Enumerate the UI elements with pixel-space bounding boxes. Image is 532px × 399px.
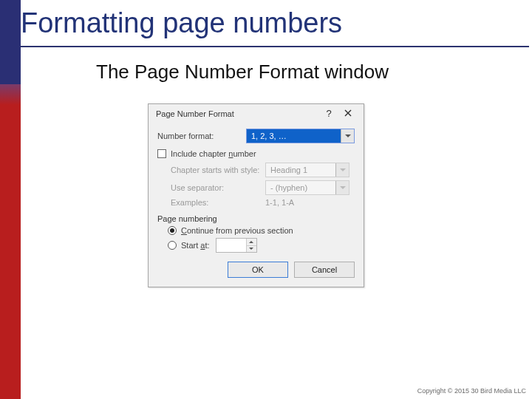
examples-label: Examples: <box>171 198 265 207</box>
examples-value: 1-1, 1-A <box>265 198 294 207</box>
chevron-down-icon <box>340 186 346 189</box>
ok-button[interactable]: OK <box>228 262 288 278</box>
dropdown-button[interactable] <box>341 129 354 143</box>
radio-checked-icon <box>168 226 177 235</box>
include-chapter-label: Include chapter number <box>171 149 256 158</box>
close-button[interactable] <box>338 109 358 118</box>
radio-unchecked-icon <box>168 241 177 250</box>
start-at-label: Start at: <box>181 241 210 250</box>
title-divider <box>21 46 529 47</box>
dialog-title: Page Number Format <box>156 109 319 118</box>
spinner-down-button[interactable] <box>247 245 256 253</box>
include-chapter-number-checkbox[interactable]: Include chapter number <box>157 149 355 158</box>
separator-label: Use separator: <box>171 183 265 192</box>
caret-down-icon <box>249 248 253 250</box>
page-numbering-label: Page numbering <box>157 214 355 223</box>
spinner-up-button[interactable] <box>247 239 256 245</box>
number-format-value: 1, 2, 3, … <box>247 132 341 140</box>
help-button[interactable]: ? <box>319 109 338 118</box>
cancel-button[interactable]: Cancel <box>294 262 355 278</box>
dropdown-button <box>335 181 349 194</box>
slide-title: Formatting page numbers <box>21 7 342 39</box>
chapter-style-dropdown: Heading 1 <box>265 163 349 177</box>
close-icon <box>344 109 352 117</box>
start-at-radio[interactable]: Start at: <box>168 238 355 253</box>
chapter-style-value: Heading 1 <box>266 166 335 174</box>
slide-subtitle: The Page Number Format window <box>96 61 389 83</box>
separator-dropdown: - (hyphen) <box>265 180 349 195</box>
number-format-dropdown[interactable]: 1, 2, 3, … <box>246 129 355 143</box>
separator-value: - (hyphen) <box>266 183 335 192</box>
copyright-footer: Copyright © 2015 30 Bird Media LLC <box>417 387 526 395</box>
continue-previous-label: Continue from previous section <box>181 226 293 235</box>
dialog-titlebar: Page Number Format ? <box>149 104 364 124</box>
dropdown-button <box>335 163 349 177</box>
chevron-down-icon <box>345 134 351 137</box>
chapter-style-label: Chapter starts with style: <box>171 166 265 174</box>
page-number-format-dialog: Page Number Format ? Number format: 1, 2… <box>148 103 364 287</box>
start-at-input[interactable] <box>216 239 246 252</box>
start-at-spinner[interactable] <box>216 238 257 253</box>
slide-accent-bar <box>0 0 21 399</box>
chevron-down-icon <box>340 168 346 171</box>
caret-up-icon <box>249 241 253 243</box>
checkbox-icon <box>157 149 166 158</box>
continue-previous-radio[interactable]: Continue from previous section <box>168 226 355 235</box>
number-format-label: Number format: <box>157 132 246 140</box>
